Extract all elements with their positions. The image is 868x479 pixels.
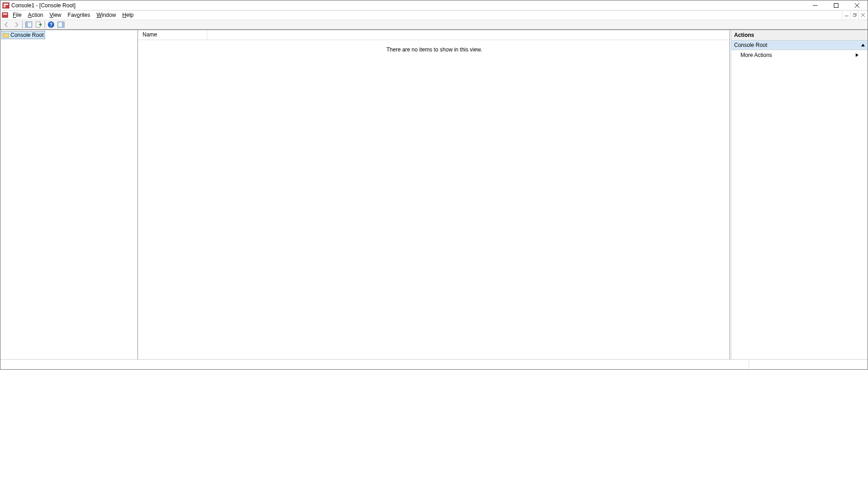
toolbar-separator bbox=[45, 21, 45, 28]
more-actions-label: More Actions bbox=[740, 52, 772, 58]
actions-pane: Actions Console Root More Actions bbox=[731, 30, 868, 359]
window-title: Console1 - [Console Root] bbox=[11, 2, 76, 9]
close-button[interactable] bbox=[847, 0, 868, 10]
mdi-close-button[interactable] bbox=[858, 11, 867, 19]
show-hide-tree-button[interactable] bbox=[24, 20, 34, 29]
status-cell bbox=[749, 360, 868, 369]
column-header-name[interactable]: Name bbox=[139, 30, 207, 40]
menu-file[interactable]: File bbox=[10, 11, 25, 19]
submenu-arrow-icon bbox=[856, 53, 858, 57]
menu-view[interactable]: View bbox=[46, 11, 65, 19]
svg-text:?: ? bbox=[50, 22, 53, 27]
menu-window[interactable]: Window bbox=[93, 11, 119, 19]
results-pane[interactable]: Name There are no items to show in this … bbox=[139, 30, 730, 359]
svg-rect-20 bbox=[62, 22, 64, 27]
folder-icon bbox=[3, 32, 9, 38]
minimize-button[interactable] bbox=[805, 0, 826, 10]
svg-rect-8 bbox=[3, 14, 7, 15]
back-button[interactable] bbox=[1, 20, 11, 29]
svg-rect-1 bbox=[4, 4, 8, 5]
show-hide-action-pane-button[interactable] bbox=[56, 20, 66, 29]
svg-rect-4 bbox=[834, 3, 838, 7]
console-tree-pane[interactable]: Console Root bbox=[0, 30, 138, 359]
tree-item-label: Console Root bbox=[10, 32, 44, 38]
export-list-button[interactable] bbox=[34, 20, 44, 29]
menu-action[interactable]: Action bbox=[25, 11, 46, 19]
svg-rect-2 bbox=[4, 5, 5, 7]
mdi-minimize-button[interactable] bbox=[842, 11, 850, 19]
empty-list-message: There are no items to show in this view. bbox=[139, 46, 730, 53]
svg-rect-15 bbox=[26, 22, 28, 27]
forward-button[interactable] bbox=[11, 20, 21, 29]
actions-section-label: Console Root bbox=[734, 42, 767, 48]
actions-pane-title: Actions bbox=[731, 30, 868, 41]
menu-favorites[interactable]: Favorites bbox=[65, 11, 93, 19]
tree-item-console-root[interactable]: Console Root bbox=[1, 31, 45, 39]
actions-section-header[interactable]: Console Root bbox=[731, 41, 868, 50]
list-header-row: Name bbox=[139, 30, 730, 40]
help-button[interactable]: ? bbox=[46, 20, 56, 29]
title-bar: Console1 - [Console Root] bbox=[0, 0, 868, 10]
main-body: Console Root Name There are no items to … bbox=[0, 30, 868, 359]
menu-help[interactable]: Help bbox=[119, 11, 137, 19]
mdi-restore-button[interactable] bbox=[850, 11, 858, 19]
mmc-window: Console1 - [Console Root] File Action Vi… bbox=[0, 0, 868, 370]
toolbar: ? bbox=[0, 20, 868, 30]
svg-rect-11 bbox=[853, 14, 856, 16]
more-actions-item[interactable]: More Actions bbox=[731, 50, 868, 60]
status-bar bbox=[0, 359, 868, 369]
toolbar-separator bbox=[22, 21, 23, 28]
status-cell bbox=[0, 360, 749, 369]
document-icon bbox=[1, 11, 9, 19]
app-icon bbox=[2, 2, 10, 9]
svg-rect-7 bbox=[2, 13, 8, 18]
collapse-icon bbox=[861, 44, 865, 46]
maximize-button[interactable] bbox=[826, 0, 847, 10]
menu-bar: File Action View Favorites Window Help bbox=[0, 10, 868, 20]
